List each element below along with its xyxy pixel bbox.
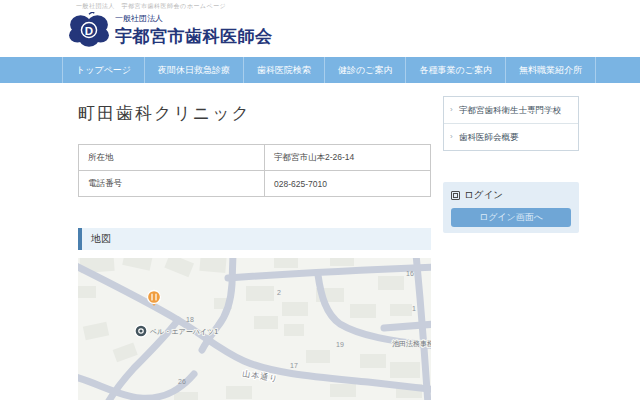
map-place-label-office: 池田法務事務所 — [392, 340, 431, 348]
map-number: 16 — [406, 270, 414, 277]
nav-item-top-page[interactable]: トップページ — [62, 57, 145, 83]
table-row-address: 所在地 宇都宮市山本2-26-14 — [79, 145, 431, 171]
logo-letter: D — [85, 25, 93, 37]
chevron-right-icon: › — [450, 97, 453, 123]
map-section-heading: 地図 — [78, 228, 431, 250]
login-key-icon — [451, 191, 460, 200]
map-number: 19 — [336, 341, 344, 348]
login-panel: ログイン ログイン画面へ — [443, 182, 579, 233]
map-place-label-apartment: ベル・エアーハイツ1 — [150, 328, 218, 335]
login-button[interactable]: ログイン画面へ — [451, 208, 571, 227]
phone-label: 電話番号 — [79, 171, 265, 197]
org-name-label: 宇都宮市歯科医師会 — [115, 25, 273, 48]
nav-item-programs-info[interactable]: 各種事業のご案内 — [406, 57, 505, 83]
phone-value: 028-625-7010 — [265, 171, 431, 197]
address-label: 所在地 — [79, 145, 265, 171]
nav-item-emergency-care[interactable]: 夜間休日救急診療 — [145, 57, 244, 83]
org-name-block: 一般社団法人 宇都宮市歯科医師会 — [115, 13, 273, 48]
clinic-name-title: 町田歯科クリニック — [78, 102, 251, 125]
nav-item-checkup-info[interactable]: 健診のご案内 — [325, 57, 406, 83]
map-number: 1 — [412, 305, 416, 312]
map[interactable]: 18 2 16 1 19 17 26 山本通り ベル・エアーハイツ1 池田法務事… — [78, 258, 431, 400]
main-navigation: トップページ 夜間休日救急診療 歯科医院検索 健診のご案内 各種事業のご案内 無… — [0, 57, 640, 83]
login-label: ログイン — [464, 189, 503, 202]
map-number: 18 — [186, 316, 194, 323]
site-logo-home-link[interactable]: D 一般社団法人 宇都宮市歯科医師会 — [68, 12, 273, 48]
sidebar-link-hygienist-school[interactable]: › 宇都宮歯科衛生士専門学校 — [444, 97, 578, 123]
login-heading: ログイン — [451, 189, 571, 202]
sidebar-links: › 宇都宮歯科衛生士専門学校 › 歯科医師会概要 — [443, 96, 579, 151]
map-marker-place-icon[interactable] — [135, 325, 147, 337]
map-number: 17 — [290, 362, 298, 369]
map-number: 2 — [277, 289, 281, 296]
sidebar-link-label: 歯科医師会概要 — [459, 132, 519, 142]
page: 一般社団法人 宇都宮市歯科医師会のホームページ D 一般社団法人 宇都宮市歯科医… — [0, 0, 640, 400]
address-value: 宇都宮市山本2-26-14 — [265, 145, 431, 171]
chevron-right-icon: › — [450, 124, 453, 150]
org-logo-icon: D — [68, 12, 110, 48]
clinic-info-table: 所在地 宇都宮市山本2-26-14 電話番号 028-625-7010 — [78, 144, 431, 197]
table-row-phone: 電話番号 028-625-7010 — [79, 171, 431, 197]
org-type-label: 一般社団法人 — [115, 13, 273, 24]
site-tagline: 一般社団法人 宇都宮市歯科医師会のホームページ — [76, 2, 226, 11]
map-number: 26 — [178, 378, 186, 385]
nav-item-job-agency[interactable]: 無料職業紹介所 — [506, 57, 596, 83]
sidebar-link-label: 宇都宮歯科衛生士専門学校 — [459, 105, 561, 115]
nav-item-clinic-search[interactable]: 歯科医院検索 — [244, 57, 325, 83]
sidebar-link-association-overview[interactable]: › 歯科医師会概要 — [444, 123, 578, 150]
